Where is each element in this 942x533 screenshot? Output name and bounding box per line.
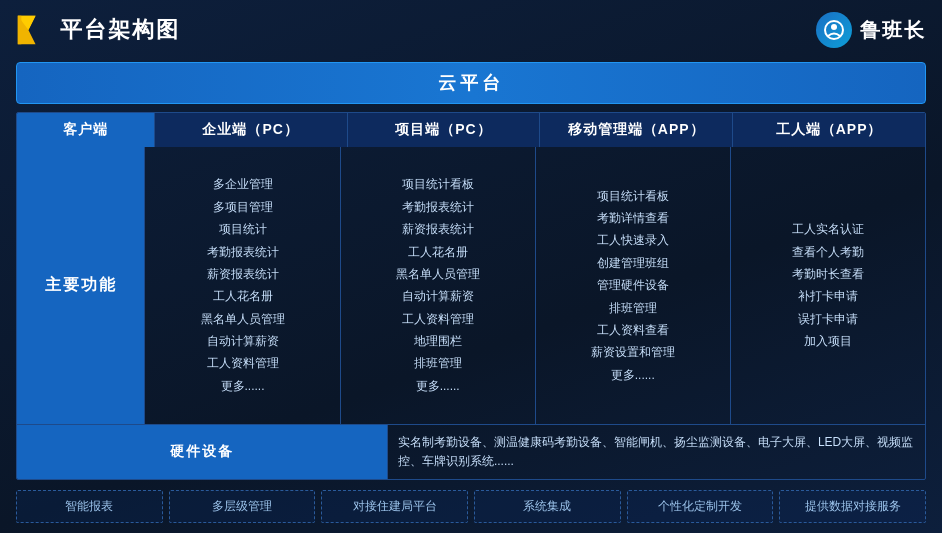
page-title: 平台架构图 (60, 15, 180, 45)
logo-icon (16, 14, 48, 46)
list-item: 工人资料管理 (347, 309, 529, 329)
list-item: 多项目管理 (151, 197, 333, 217)
table-header-row: 客户端 企业端（PC） 项目端（PC） 移动管理端（APP） 工人端（APP） (17, 113, 925, 147)
list-item: 薪资设置和管理 (542, 342, 724, 362)
list-item: 误打卡申请 (737, 309, 919, 329)
hardware-row: 硬件设备 实名制考勤设备、测温健康码考勤设备、智能闸机、扬尘监测设备、电子大屏、… (17, 424, 925, 479)
feature-item-4: 系统集成 (474, 490, 621, 523)
list-item: 工人花名册 (347, 242, 529, 262)
list-item: 地理围栏 (347, 331, 529, 351)
list-item: 项目统计看板 (542, 186, 724, 206)
list-item: 考勤详情查看 (542, 208, 724, 228)
header: 平台架构图 鲁班长 (16, 10, 926, 54)
th-mobile: 移动管理端（APP） (540, 113, 733, 147)
list-item: 更多...... (347, 376, 529, 396)
list-item: 查看个人考勤 (737, 242, 919, 262)
header-left: 平台架构图 (16, 14, 180, 46)
list-item: 更多...... (542, 365, 724, 385)
hardware-label: 硬件设备 (17, 425, 388, 479)
list-item: 项目统计 (151, 219, 333, 239)
feature-item-6: 提供数据对接服务 (779, 490, 926, 523)
list-item: 工人资料查看 (542, 320, 724, 340)
list-item: 多企业管理 (151, 174, 333, 194)
list-item: 项目统计看板 (347, 174, 529, 194)
main-table: 客户端 企业端（PC） 项目端（PC） 移动管理端（APP） 工人端（APP） … (16, 112, 926, 480)
th-enterprise: 企业端（PC） (155, 113, 348, 147)
list-item: 自动计算薪资 (151, 331, 333, 351)
th-client: 客户端 (17, 113, 155, 147)
list-item: 工人快速录入 (542, 230, 724, 250)
list-item: 考勤报表统计 (347, 197, 529, 217)
content-row: 主要功能 多企业管理 多项目管理 项目统计 考勤报表统计 薪资报表统计 工人花名… (17, 147, 925, 424)
features-row: 智能报表 多层级管理 对接住建局平台 系统集成 个性化定制开发 提供数据对接服务 (16, 490, 926, 523)
th-worker: 工人端（APP） (733, 113, 925, 147)
feature-item-5: 个性化定制开发 (627, 490, 774, 523)
list-item: 补打卡申请 (737, 286, 919, 306)
list-item: 工人实名认证 (737, 219, 919, 239)
feature-item-3: 对接住建局平台 (321, 490, 468, 523)
list-item: 工人花名册 (151, 286, 333, 306)
worker-col: 工人实名认证 查看个人考勤 考勤时长查看 补打卡申请 误打卡申请 加入项目 (731, 147, 925, 424)
th-project: 项目端（PC） (348, 113, 541, 147)
list-item: 黑名单人员管理 (347, 264, 529, 284)
list-item: 创建管理班组 (542, 253, 724, 273)
brand-logo: 鲁班长 (816, 12, 926, 48)
list-item: 加入项目 (737, 331, 919, 351)
feature-item-2: 多层级管理 (169, 490, 316, 523)
mobile-col: 项目统计看板 考勤详情查看 工人快速录入 创建管理班组 管理硬件设备 排班管理 … (536, 147, 731, 424)
list-item: 薪资报表统计 (151, 264, 333, 284)
brand-icon (816, 12, 852, 48)
list-item: 黑名单人员管理 (151, 309, 333, 329)
list-item: 更多...... (151, 376, 333, 396)
list-item: 排班管理 (542, 298, 724, 318)
list-item: 自动计算薪资 (347, 286, 529, 306)
svg-rect-2 (18, 16, 22, 44)
list-item: 管理硬件设备 (542, 275, 724, 295)
main-container: 平台架构图 鲁班长 云平台 客户端 企业端（PC） 项目端（PC） 移动管理端（… (0, 0, 942, 533)
cloud-banner: 云平台 (16, 62, 926, 104)
project-col: 项目统计看板 考勤报表统计 薪资报表统计 工人花名册 黑名单人员管理 自动计算薪… (341, 147, 536, 424)
main-function-label: 主要功能 (17, 147, 145, 424)
list-item: 考勤时长查看 (737, 264, 919, 284)
list-item: 考勤报表统计 (151, 242, 333, 262)
hardware-content: 实名制考勤设备、测温健康码考勤设备、智能闸机、扬尘监测设备、电子大屏、LED大屏… (388, 425, 925, 479)
list-item: 工人资料管理 (151, 353, 333, 373)
enterprise-col: 多企业管理 多项目管理 项目统计 考勤报表统计 薪资报表统计 工人花名册 黑名单… (145, 147, 340, 424)
list-item: 薪资报表统计 (347, 219, 529, 239)
svg-point-4 (831, 24, 837, 30)
feature-item-1: 智能报表 (16, 490, 163, 523)
brand-name: 鲁班长 (860, 17, 926, 44)
list-item: 排班管理 (347, 353, 529, 373)
